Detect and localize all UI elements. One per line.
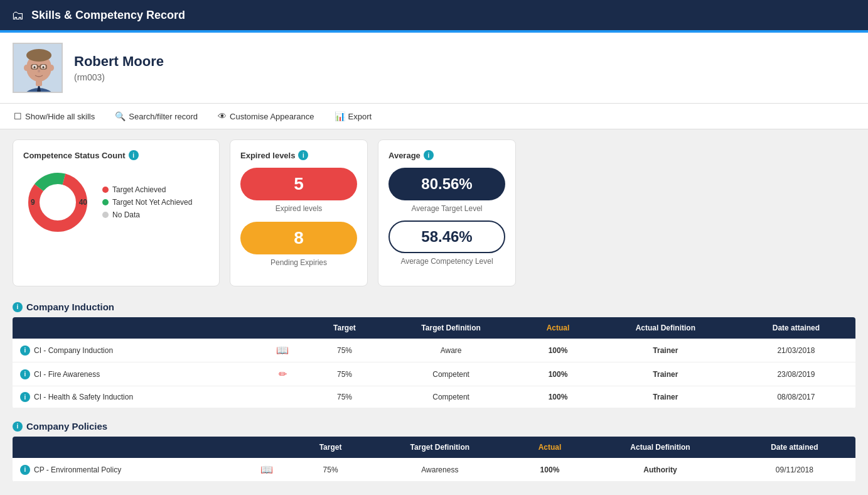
legend-item-not-achieved: Target Not Yet Achieved bbox=[102, 198, 192, 207]
competence-info-icon[interactable]: i bbox=[129, 150, 139, 160]
section-title-company-policies: iCompany Policies bbox=[13, 421, 855, 432]
row-info-icon[interactable]: i bbox=[20, 465, 30, 475]
section-info-icon[interactable]: i bbox=[13, 422, 23, 432]
pending-label: Pending Expiries bbox=[240, 258, 357, 267]
row-actual-def: Trainer bbox=[594, 386, 737, 408]
col-header-2: Target bbox=[294, 437, 367, 458]
row-icon-cell: 📖 bbox=[256, 339, 309, 362]
competence-legend: Target Achieved Target Not Yet Achieved … bbox=[102, 185, 192, 219]
row-info-icon[interactable]: i bbox=[20, 392, 30, 402]
book-icon: 📖 bbox=[260, 464, 273, 475]
col-header-1 bbox=[256, 317, 309, 339]
pending-count-badge: 8 bbox=[240, 222, 357, 254]
row-target-def: Competent bbox=[380, 386, 522, 408]
col-header-4: Actual bbox=[522, 317, 594, 339]
competence-card-title: Competence Status Count i bbox=[23, 150, 209, 160]
average-info-icon[interactable]: i bbox=[424, 150, 434, 160]
row-target-def: Awareness bbox=[367, 458, 513, 482]
svg-point-10 bbox=[33, 66, 36, 68]
row-target-def: Competent bbox=[380, 362, 522, 386]
legend-item-achieved: Target Achieved bbox=[102, 185, 192, 194]
row-name: iCP - Environmental Policy bbox=[13, 458, 240, 482]
legend-label-no-data: No Data bbox=[112, 210, 140, 219]
row-actual: 100% bbox=[522, 339, 594, 362]
average-card: Average i 80.56% Average Target Level 58… bbox=[378, 139, 516, 286]
export-button[interactable]: 📊 Export bbox=[331, 109, 376, 124]
row-info-icon[interactable]: i bbox=[20, 369, 30, 379]
section-company-policies: iCompany PoliciesTargetTarget Definition… bbox=[13, 421, 855, 482]
section-company-induction: iCompany InductionTargetTarget Definitio… bbox=[13, 302, 855, 408]
legend-label-not-achieved: Target Not Yet Achieved bbox=[112, 198, 192, 207]
competence-card: Competence Status Count i 9 bbox=[13, 139, 220, 286]
col-header-2: Target bbox=[309, 317, 380, 339]
customise-button[interactable]: 👁 Customise Appearance bbox=[214, 109, 318, 124]
table-company-induction: TargetTarget DefinitionActualActual Defi… bbox=[13, 317, 855, 408]
col-header-5: Actual Definition bbox=[594, 317, 737, 339]
section-info-icon[interactable]: i bbox=[13, 302, 23, 312]
expired-count-badge: 5 bbox=[240, 168, 357, 200]
col-header-3: Target Definition bbox=[367, 437, 513, 458]
row-target: 75% bbox=[309, 362, 380, 386]
main-content: Competence Status Count i 9 bbox=[0, 129, 868, 495]
svg-point-12 bbox=[38, 70, 40, 73]
table-row: iCI - Health & Safety Induction75%Compet… bbox=[13, 386, 855, 408]
row-name: iCI - Health & Safety Induction bbox=[13, 386, 256, 408]
toolbar: ☐ Show/Hide all skills 🔍 Search/filter r… bbox=[0, 104, 868, 129]
col-header-5: Actual Definition bbox=[587, 437, 733, 458]
svg-point-19 bbox=[41, 186, 74, 219]
row-actual-def: Trainer bbox=[594, 339, 737, 362]
row-icon-cell bbox=[256, 386, 309, 408]
col-header-3: Target Definition bbox=[380, 317, 522, 339]
app-title: Skills & Competency Record bbox=[31, 9, 185, 22]
row-actual: 100% bbox=[513, 458, 587, 482]
avg-target-label: Average Target Level bbox=[388, 204, 505, 213]
expired-info-icon[interactable]: i bbox=[298, 150, 308, 160]
avg-competency-level-badge: 58.46% bbox=[388, 220, 505, 253]
row-actual: 100% bbox=[522, 362, 594, 386]
search-filter-button[interactable]: 🔍 Search/filter record bbox=[111, 109, 201, 124]
row-icon-cell: ✏ bbox=[256, 362, 309, 386]
edit-icon: ✏ bbox=[279, 369, 287, 379]
show-hide-icon: ☐ bbox=[14, 111, 22, 121]
legend-dot-no-data bbox=[102, 212, 109, 218]
expired-card-title: Expired levels i bbox=[240, 150, 357, 160]
svg-point-7 bbox=[49, 65, 54, 71]
competence-content: 9 40 Target Achieved Target Not Yet Achi… bbox=[23, 168, 209, 237]
row-name: iCI - Company Induction bbox=[13, 339, 256, 362]
avg-target-level-badge: 80.56% bbox=[388, 168, 505, 200]
row-actual: 100% bbox=[522, 386, 594, 408]
row-date: 08/08/2017 bbox=[737, 386, 855, 408]
row-date: 09/11/2018 bbox=[734, 458, 855, 482]
col-header-6: Date attained bbox=[737, 317, 855, 339]
book-icon: 📖 bbox=[276, 345, 289, 356]
profile-info: Robert Moore (rm003) bbox=[74, 53, 164, 82]
row-target: 75% bbox=[309, 386, 380, 408]
svg-point-5 bbox=[26, 49, 51, 62]
section-title-company-induction: iCompany Induction bbox=[13, 302, 855, 312]
row-icon-cell: 📖 bbox=[240, 458, 294, 482]
row-target: 75% bbox=[309, 339, 380, 362]
row-info-icon[interactable]: i bbox=[20, 345, 30, 356]
expired-card: Expired levels i 5 Expired levels 8 Pend… bbox=[230, 139, 368, 286]
svg-point-11 bbox=[42, 66, 45, 68]
col-header-6: Date attained bbox=[734, 437, 855, 458]
table-row: iCI - Fire Awareness✏75%Competent100%Tra… bbox=[13, 362, 855, 386]
sections-container: iCompany InductionTargetTarget Definitio… bbox=[13, 302, 855, 482]
customise-icon: 👁 bbox=[218, 111, 227, 121]
row-date: 23/08/2019 bbox=[737, 362, 855, 386]
row-date: 21/03/2018 bbox=[737, 339, 855, 362]
export-icon: 📊 bbox=[335, 111, 345, 121]
show-hide-skills-button[interactable]: ☐ Show/Hide all skills bbox=[10, 109, 99, 124]
row-target-def: Aware bbox=[380, 339, 522, 362]
legend-label-achieved: Target Achieved bbox=[112, 185, 166, 194]
profile-section: Robert Moore (rm003) bbox=[0, 33, 868, 104]
table-row: iCP - Environmental Policy📖75%Awareness1… bbox=[13, 458, 855, 482]
header: 🗂 Skills & Competency Record bbox=[0, 0, 868, 30]
row-actual-def: Trainer bbox=[594, 362, 737, 386]
row-target: 75% bbox=[294, 458, 367, 482]
legend-dot-achieved bbox=[102, 187, 109, 193]
avg-competency-label: Average Competency Level bbox=[388, 257, 505, 266]
legend-item-no-data: No Data bbox=[102, 210, 192, 219]
table-row: iCI - Company Induction📖75%Aware100%Trai… bbox=[13, 339, 855, 362]
col-header-1 bbox=[240, 437, 294, 458]
